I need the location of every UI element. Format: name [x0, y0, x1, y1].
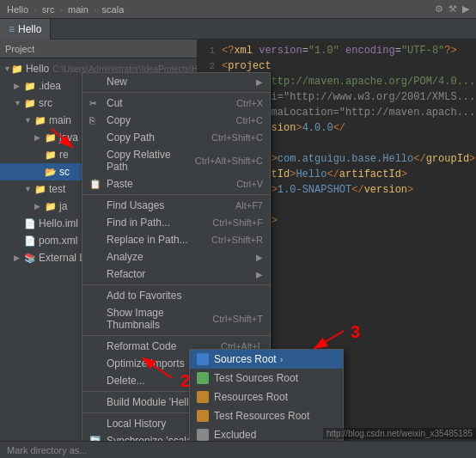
- submenu-arrow-refactor: ▶: [256, 270, 263, 279]
- main-content: Project ▼ 📁 Hello C:\Users\Administrator…: [0, 40, 476, 441]
- submenu-item-test-sources-root[interactable]: Test Sources Root: [190, 369, 343, 388]
- breadcrumb-src: src: [42, 4, 55, 15]
- menu-item-image-thumbs[interactable]: Show Image Thumbnails Ctrl+Shift+T: [82, 304, 270, 333]
- expand-arrow: ▶: [34, 202, 45, 211]
- submenu-label-sources-root: Sources Root: [214, 353, 277, 365]
- test-resources-root-icon: [197, 410, 209, 422]
- folder-icon: 📁: [34, 115, 46, 126]
- menu-item-find-usages[interactable]: Find Usages Alt+F7: [82, 197, 270, 214]
- menu-item-add-favorites[interactable]: Add to Favorites: [82, 287, 270, 304]
- tree-label-java-main: java: [59, 131, 78, 144]
- xml-icon: 📄: [24, 235, 36, 247]
- breadcrumb-main: main: [68, 4, 88, 15]
- menu-item-copy-path[interactable]: Copy Path Ctrl+Shift+C: [82, 129, 270, 146]
- project-header-label: Project: [5, 44, 34, 54]
- folder-icon: 📁: [24, 98, 36, 109]
- cut-icon: ✂: [89, 98, 103, 109]
- folder-icon: 📁: [11, 64, 23, 75]
- submenu-item-sources-root[interactable]: Sources Root ›: [190, 350, 343, 369]
- cursor-indicator: ›: [280, 354, 284, 364]
- settings-icon[interactable]: ⚙: [435, 3, 443, 15]
- breadcrumb-scala: scala: [102, 4, 125, 15]
- tree-label-java-test: ja: [59, 200, 67, 212]
- scala-icon: 📂: [45, 167, 57, 178]
- menu-sep-4: [82, 335, 270, 336]
- status-bar: Mark directory as...: [0, 441, 476, 458]
- sources-root-icon: [197, 353, 209, 365]
- expand-arrow: ▶: [34, 133, 45, 142]
- submenu-label-test-resources-root: Test Resources Root: [214, 410, 309, 422]
- menu-sep-2: [82, 194, 270, 195]
- menu-item-replace-path[interactable]: Replace in Path... Ctrl+Shift+R: [82, 231, 270, 248]
- folder-icon: 📁: [45, 201, 57, 212]
- submenu-item-test-resources-root[interactable]: Test Resources Root: [190, 406, 343, 425]
- top-bar: Hello › src › main › scala ⚙ ⚒ ▶: [0, 0, 476, 19]
- menu-item-cut[interactable]: ✂ Cut Ctrl+X: [82, 95, 270, 112]
- tab-hello[interactable]: ≡ Hello: [0, 19, 51, 40]
- sidebar-header: Project: [0, 40, 197, 58]
- expand-arrow: ▼: [24, 116, 34, 125]
- lib-icon: 📚: [24, 253, 36, 264]
- menu-item-find-path[interactable]: Find in Path... Ctrl+Shift+F: [82, 214, 270, 231]
- expand-arrow: ▼: [3, 64, 11, 73]
- submenu-label-resources-root: Resources Root: [214, 391, 288, 403]
- submenu-arrow-analyze: ▶: [256, 253, 263, 262]
- menu-item-paste[interactable]: 📋 Paste Ctrl+V: [82, 175, 270, 192]
- submenu-item-resources-root[interactable]: Resources Root: [190, 388, 343, 406]
- folder-icon: 📁: [45, 150, 57, 161]
- menu-item-refactor[interactable]: Refactor ▶: [82, 266, 270, 283]
- expand-arrow: ▼: [14, 99, 24, 107]
- tree-label-src: src: [39, 97, 52, 109]
- tree-label-main: main: [49, 114, 71, 126]
- expand-arrow: ▶: [14, 253, 24, 262]
- resources-root-icon: [197, 391, 209, 403]
- submenu-item-excluded[interactable]: Excluded: [190, 425, 343, 441]
- tab-file-icon: ≡: [9, 23, 15, 35]
- mark-directory-submenu: Sources Root › Test Sources Root Resourc…: [189, 349, 344, 441]
- menu-item-new[interactable]: New ▶: [82, 73, 270, 90]
- expand-arrow: ▶: [14, 82, 24, 90]
- tree-label-hello: Hello: [26, 63, 49, 75]
- submenu-label-test-sources-root: Test Sources Root: [214, 372, 298, 384]
- project-name: Hello: [7, 4, 28, 15]
- folder-icon: 📁: [45, 132, 57, 144]
- menu-sep-1: [82, 92, 270, 93]
- tree-label-test: test: [49, 183, 65, 195]
- iml-icon: 📄: [24, 218, 36, 229]
- tree-label-idea: .idea: [39, 80, 61, 92]
- excluded-icon: [197, 429, 209, 441]
- tree-label-pom-xml: pom.xml: [39, 235, 77, 247]
- run-icon[interactable]: ▶: [462, 3, 469, 15]
- menu-item-analyze[interactable]: Analyze ▶: [82, 248, 270, 266]
- submenu-label-excluded: Excluded: [214, 429, 256, 441]
- copy-icon: ⎘: [89, 115, 103, 125]
- tree-label-resources: re: [59, 149, 69, 161]
- menu-item-copy[interactable]: ⎘ Copy Ctrl+C: [82, 112, 270, 129]
- tab-label: Hello: [18, 23, 41, 35]
- tab-bar: ≡ Hello: [0, 19, 476, 40]
- folder-icon: 📁: [24, 81, 36, 92]
- status-text: Mark directory as...: [7, 445, 88, 455]
- build-icon[interactable]: ⚒: [449, 3, 457, 15]
- folder-icon: 📁: [34, 184, 46, 195]
- code-line-1: 1 <?xml version="1.0" encoding="UTF-8"?>: [198, 43, 476, 58]
- expand-arrow: ▼: [24, 185, 34, 193]
- tree-label-hello-iml: Hello.iml: [39, 217, 78, 229]
- sync-icon: 🔄: [89, 436, 103, 442]
- test-sources-root-icon: [197, 372, 209, 384]
- tree-label-scala: sc: [59, 166, 70, 178]
- paste-icon: 📋: [89, 179, 103, 190]
- ide-container: Hello › src › main › scala ⚙ ⚒ ▶ ≡ Hello…: [0, 0, 476, 458]
- submenu-arrow-new: ▶: [256, 77, 263, 87]
- top-bar-icons: ⚙ ⚒ ▶: [435, 3, 469, 15]
- menu-sep-3: [82, 284, 270, 285]
- menu-item-copy-rel-path[interactable]: Copy Relative Path Ctrl+Alt+Shift+C: [82, 146, 270, 175]
